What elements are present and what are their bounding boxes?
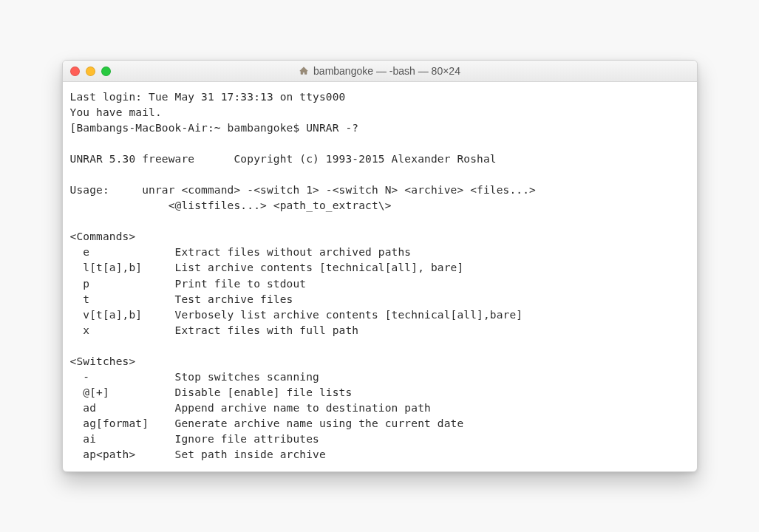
window-titlebar[interactable]: bambangoke — -bash — 80×24 bbox=[63, 61, 697, 82]
terminal-body[interactable]: Last login: Tue May 31 17:33:13 on ttys0… bbox=[63, 82, 697, 471]
line: ap<path> Set path inside archive bbox=[70, 449, 326, 460]
line: p Print file to stdout bbox=[70, 278, 307, 290]
line: <Commands> bbox=[70, 231, 136, 242]
home-icon bbox=[299, 66, 309, 76]
line: v[t[a],b] Verbosely list archive content… bbox=[70, 309, 523, 321]
line: e Extract files without archived paths bbox=[70, 246, 412, 258]
line: - Stop switches scanning bbox=[70, 371, 319, 383]
line: l[t[a],b] List archive contents [technic… bbox=[70, 262, 464, 273]
line: @[+] Disable [enable] file lists bbox=[70, 386, 353, 398]
traffic-lights bbox=[63, 66, 111, 76]
line: t Test archive files bbox=[70, 293, 293, 305]
line: x Extract files with full path bbox=[70, 324, 359, 336]
window-title-text: bambangoke — -bash — 80×24 bbox=[313, 65, 460, 77]
close-icon[interactable] bbox=[70, 66, 80, 76]
line: <Switches> bbox=[70, 355, 136, 367]
line: You have mail. bbox=[70, 106, 162, 118]
line: Last login: Tue May 31 17:33:13 on ttys0… bbox=[70, 91, 346, 103]
line: <@listfiles...> <path_to_extract\> bbox=[70, 200, 392, 211]
desktop-background: bambangoke — -bash — 80×24 Last login: T… bbox=[0, 0, 759, 532]
terminal-window: bambangoke — -bash — 80×24 Last login: T… bbox=[62, 60, 698, 471]
window-title: bambangoke — -bash — 80×24 bbox=[63, 65, 697, 77]
maximize-icon[interactable] bbox=[101, 66, 111, 76]
line: UNRAR 5.30 freeware Copyright (c) 1993-2… bbox=[70, 153, 497, 165]
line: ai Ignore file attributes bbox=[70, 433, 319, 445]
line: ad Append archive name to destination pa… bbox=[70, 402, 431, 414]
minimize-icon[interactable] bbox=[86, 66, 95, 76]
line: ag[format] Generate archive name using t… bbox=[70, 417, 464, 429]
line: [Bambangs-MacBook-Air:~ bambangoke$ UNRA… bbox=[70, 122, 359, 134]
command-input[interactable]: UNRAR -? bbox=[306, 122, 358, 134]
line: Usage: unrar <command> -<switch 1> -<swi… bbox=[70, 184, 536, 196]
